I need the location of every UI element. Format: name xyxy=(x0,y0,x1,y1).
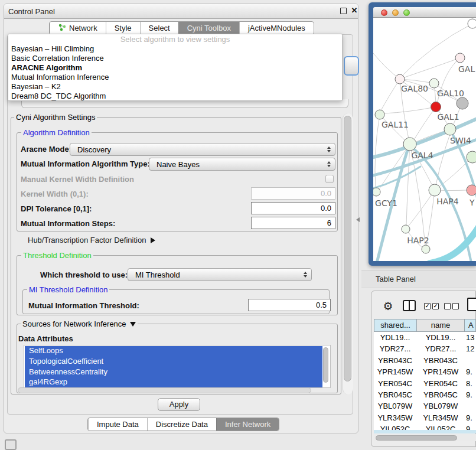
mi-steps-field[interactable] xyxy=(251,217,335,229)
dropdown-item[interactable]: Bayesian – K2 xyxy=(8,82,342,92)
network-node[interactable] xyxy=(467,151,476,163)
column-header-name[interactable]: name xyxy=(416,319,465,332)
list-item[interactable]: gal4RGexp xyxy=(24,377,330,387)
panel-divider-arrow-icon[interactable] xyxy=(356,217,360,222)
table-row[interactable]: YBR043C YBR043C xyxy=(374,355,476,366)
deselect-all-checkboxes-icon[interactable] xyxy=(444,303,459,309)
collapse-down-icon[interactable] xyxy=(130,322,136,327)
network-node[interactable] xyxy=(373,188,380,196)
list-item[interactable]: TopologicalCoefficient xyxy=(24,356,330,367)
unchecked-box-icon xyxy=(452,303,459,309)
table-row[interactable]: YBL079W YBL079W xyxy=(374,400,476,412)
algorithm-combo-fragment[interactable] xyxy=(344,56,359,76)
expand-right-icon[interactable] xyxy=(151,237,155,243)
mi-threshold-field[interactable] xyxy=(248,299,331,311)
columns-icon[interactable] xyxy=(403,300,416,311)
cell-value: 8. xyxy=(465,378,476,389)
which-threshold-combo[interactable]: MI Threshold xyxy=(128,268,312,281)
cell-value: 9. xyxy=(465,389,476,400)
checked-box-icon: ✓ xyxy=(424,303,431,309)
threshold-definition-title: Threshold Definition xyxy=(21,251,93,260)
cell-shared-name: YBR043C xyxy=(374,355,416,366)
unchecked-box-icon xyxy=(444,303,451,309)
mi-threshold-label: Mutual Information Threshold: xyxy=(28,301,139,310)
table-row[interactable]: YIL052C YIL052C 9. xyxy=(374,423,476,430)
network-node[interactable] xyxy=(422,245,430,253)
settings-hscrollbar[interactable] xyxy=(18,387,311,393)
network-node[interactable] xyxy=(375,110,384,119)
manual-kernel-width-checkbox[interactable] xyxy=(325,175,334,183)
network-node[interactable] xyxy=(457,97,468,109)
tab[interactable]: Infer Network xyxy=(216,418,279,431)
table-row[interactable]: YDR27... YDR27... 12 xyxy=(374,343,476,354)
window-minimize-icon[interactable] xyxy=(392,9,399,16)
network-node[interactable] xyxy=(395,74,405,84)
tab[interactable]: Discretize Data xyxy=(147,418,216,431)
network-node[interactable] xyxy=(455,53,465,63)
table-mode-icon[interactable] xyxy=(467,298,476,311)
table-row[interactable]: YER054C YER054C 8. xyxy=(374,378,476,389)
column-header-shared-name[interactable]: shared... xyxy=(374,319,417,332)
table-row[interactable]: YDL19... YDL19... 13 xyxy=(374,332,476,343)
select-all-checkboxes-icon[interactable]: ✓ ✓ xyxy=(424,303,439,309)
float-window-icon[interactable] xyxy=(340,8,347,14)
tab[interactable]: Style xyxy=(106,22,140,34)
table-row[interactable]: YLR345W YLR345W 9. xyxy=(374,412,476,423)
tab[interactable]: Impute Data xyxy=(88,418,147,431)
tab[interactable]: Cyni Toolbox xyxy=(178,22,239,34)
dropdown-item[interactable]: Mutual Information Inference xyxy=(8,73,342,82)
dropdown-prompt: Select algorithm to view settings xyxy=(8,34,342,44)
window-close-icon[interactable] xyxy=(381,9,387,16)
gear-icon[interactable]: ⚙ xyxy=(381,299,395,313)
network-node-label: GAL1 xyxy=(437,112,459,122)
kernel-width-field[interactable] xyxy=(251,187,335,200)
dropdown-item[interactable]: Bayesian – Hill Climbing xyxy=(8,44,342,54)
network-node-label: SWI4 xyxy=(450,136,471,145)
corner-widget-icon[interactable] xyxy=(5,439,17,450)
cell-name: YBL079W xyxy=(416,400,465,412)
cell-shared-name: YBR045C xyxy=(374,389,416,400)
dropdown-item[interactable]: Dream8 DC_TDC Algorithm xyxy=(8,92,342,101)
sources-title[interactable]: Sources for Network Inference xyxy=(21,319,138,328)
cell-name: YLR345W xyxy=(416,412,465,423)
tab[interactable]: Select xyxy=(140,22,178,34)
dropdown-item[interactable]: ARACNE Algorithm xyxy=(8,63,342,73)
table-hscrollbar-thumb[interactable] xyxy=(376,435,457,441)
list-scrollbar-thumb[interactable] xyxy=(323,347,328,383)
settings-vscrollbar-thumb[interactable] xyxy=(344,116,351,381)
network-node[interactable] xyxy=(467,185,476,195)
tab-label: Infer Network xyxy=(225,420,270,429)
apply-button[interactable]: Apply xyxy=(158,398,200,411)
list-item[interactable]: BetweennessCentrality xyxy=(24,367,330,377)
data-attributes-list[interactable]: SelfLoops TopologicalCoefficient Between… xyxy=(24,345,331,388)
table-row[interactable]: YBR045C YBR045C 9. xyxy=(374,389,476,400)
network-node[interactable] xyxy=(403,138,416,151)
aracne-mode-value: Discovery xyxy=(77,145,111,154)
hub-definition-label: Hub/Transcription Factor Definition xyxy=(28,236,146,244)
network-node[interactable] xyxy=(444,123,456,135)
network-node-label: Y xyxy=(469,198,475,207)
close-icon[interactable]: ✕ xyxy=(350,5,359,16)
mi-steps-label: Mutual Information Steps: xyxy=(21,219,115,228)
network-node[interactable] xyxy=(431,102,441,112)
tab[interactable]: jActiveMNodules xyxy=(239,22,314,34)
table-row[interactable]: YPR145W YPR145W 9. xyxy=(374,366,476,377)
stepper-icon xyxy=(304,272,307,278)
selected-row-strip xyxy=(374,430,476,433)
mi-algorithm-type-combo[interactable]: Naive Bayes xyxy=(149,158,335,171)
manual-kernel-width-label: Manual Kernel Width Definition xyxy=(21,175,134,184)
network-node[interactable] xyxy=(402,225,410,233)
dropdown-item[interactable]: Basic Correlation Inference xyxy=(8,54,342,63)
hub-definition-section[interactable]: Hub/Transcription Factor Definition xyxy=(28,236,155,244)
network-node[interactable] xyxy=(468,19,476,28)
network-node[interactable] xyxy=(429,79,439,88)
column-header-partial[interactable]: A xyxy=(464,319,476,332)
node-table-body[interactable]: YDL19... YDL19... 13 YDR27... YDR27... 1… xyxy=(374,332,476,430)
tab[interactable]: Network xyxy=(50,22,106,34)
list-item[interactable]: SelfLoops xyxy=(24,345,330,356)
aracne-mode-combo[interactable]: Discovery xyxy=(70,143,335,156)
network-canvas[interactable]: GALGAL80GAL10GAL1GAL11SWI4GAL4GCY1HAP4YH… xyxy=(373,18,476,261)
network-node[interactable] xyxy=(429,184,441,196)
window-zoom-icon[interactable] xyxy=(403,9,410,16)
dpi-tolerance-field[interactable] xyxy=(251,202,335,214)
